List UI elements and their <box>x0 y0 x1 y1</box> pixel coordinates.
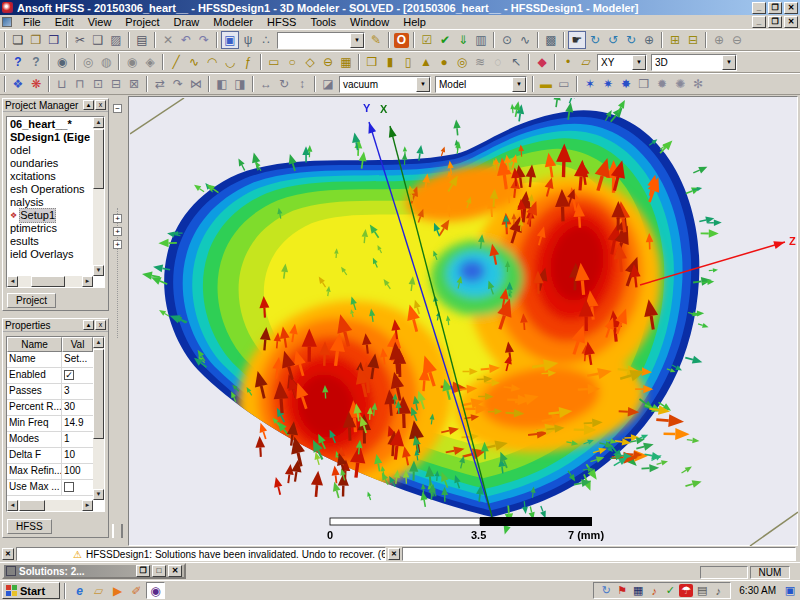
property-value[interactable]: 1 <box>62 432 93 447</box>
tree-collapse-icon[interactable]: − <box>113 104 122 113</box>
cs-axis-1-icon[interactable]: ✹ <box>653 75 671 93</box>
menu-view[interactable]: View <box>81 15 119 29</box>
folder-shortcut-icon[interactable]: ▱ <box>89 582 108 599</box>
movement-mode-dropdown-icon[interactable]: ▼ <box>722 55 736 70</box>
panel-close-icon[interactable]: x <box>95 100 106 110</box>
draw-cone-icon[interactable]: ▲ <box>417 53 435 71</box>
tree-item-odel[interactable]: odel <box>8 144 92 157</box>
avira-antivirus-icon[interactable]: ☂ <box>679 584 693 597</box>
property-row-percent-r-[interactable]: Percent R...30 <box>7 400 93 416</box>
tree-item-xcitations[interactable]: xcitations <box>8 170 92 183</box>
property-row-max-refin-[interactable]: Max Refin...100 <box>7 464 93 480</box>
optimetrics-icon[interactable]: O <box>394 33 409 48</box>
display-settings-icon[interactable]: ▦ <box>630 584 646 598</box>
draw-arc-center-icon[interactable]: ◠ <box>203 53 221 71</box>
duplicate-along-line-icon[interactable]: ⇄ <box>151 75 169 93</box>
fit-selection-view-icon[interactable]: ❋ <box>27 75 45 93</box>
panel-pin-icon[interactable]: ▴ <box>83 100 94 110</box>
tree-item-06-heart-[interactable]: 06_heart__* <box>8 118 92 131</box>
child-restore-button[interactable]: ❐ <box>768 16 782 28</box>
tree-item-oundaries[interactable]: oundaries <box>8 157 92 170</box>
material-select-combobox[interactable]: vacuum▼ <box>339 76 431 93</box>
cs-axis-2-icon[interactable]: ✺ <box>671 75 689 93</box>
property-row-use-max-[interactable]: Use Max ... <box>7 480 93 496</box>
app-close-button[interactable]: ✕ <box>784 2 798 14</box>
property-row-passes[interactable]: Passes3 <box>7 384 93 400</box>
tree-item-setup1[interactable]: ❖Setup1 <box>8 209 92 222</box>
splitter-grip[interactable] <box>112 524 123 538</box>
property-row-min-freq[interactable]: Min Freq14.9 <box>7 416 93 432</box>
internet-explorer-icon[interactable]: e <box>70 582 89 599</box>
field-plot-heart-model[interactable]: YXZ03.57 (mm) <box>130 98 798 546</box>
property-value[interactable]: 30 <box>62 400 93 415</box>
pan-icon[interactable]: ☛ <box>568 31 586 49</box>
zoom-dynamic-icon[interactable]: ⊕ <box>640 31 658 49</box>
draw-point-icon[interactable]: • <box>559 53 577 71</box>
drawing-plane-combobox[interactable]: XY▼ <box>597 54 647 71</box>
draw-polyhedron-icon[interactable]: ◆ <box>533 53 551 71</box>
tree-expand-icon[interactable]: + <box>113 227 122 236</box>
offset-icon[interactable]: ◨ <box>231 75 249 93</box>
property-value[interactable]: 100 <box>62 464 93 479</box>
context-help-icon[interactable]: ? <box>27 53 45 71</box>
properties-vscrollbar[interactable]: ▲ ▼ <box>93 337 104 500</box>
enabled-checkbox[interactable]: ✓ <box>64 370 74 380</box>
rotate-current-axis-icon[interactable]: ↺ <box>604 31 622 49</box>
column-header-name[interactable]: Name <box>7 337 62 352</box>
drawing-plane-dropdown-icon[interactable]: ▼ <box>632 55 646 70</box>
zoom-out-window-icon[interactable]: ⊟ <box>684 31 702 49</box>
menu-window[interactable]: Window <box>343 15 396 29</box>
property-value[interactable]: 14.9 <box>62 416 93 431</box>
app-minimize-button[interactable]: _ <box>752 2 766 14</box>
project-tree-vscrollbar[interactable]: ▲ ▼ <box>93 117 104 276</box>
print-icon[interactable]: ▤ <box>133 31 151 49</box>
volume-icon[interactable]: ♪ <box>710 584 726 598</box>
zoom-in-window-icon[interactable]: ⊞ <box>666 31 684 49</box>
draw-rectangle-icon[interactable]: ▭ <box>265 53 283 71</box>
app-restore-button[interactable]: ❐ <box>768 2 782 14</box>
help-topics-icon[interactable]: ? <box>9 53 27 71</box>
rotate-screen-center-icon[interactable]: ↻ <box>622 31 640 49</box>
draw-torus-icon[interactable]: ◎ <box>453 53 471 71</box>
draw-regular-polygon-icon[interactable]: ◇ <box>301 53 319 71</box>
tree-item-sdesign1-eige[interactable]: SDesign1 (Eige <box>8 131 92 144</box>
ansoft-hfss-running-icon[interactable]: ◉ <box>146 582 165 599</box>
media-player-icon[interactable]: ▶ <box>108 582 127 599</box>
view-results-icon[interactable]: ▥ <box>472 31 490 49</box>
zoom-in-icon[interactable]: ⊕ <box>710 31 728 49</box>
property-row-enabled[interactable]: Enabled✓ <box>7 368 93 384</box>
windows-update-icon[interactable]: ↻ <box>598 584 614 598</box>
open-project-icon[interactable]: ❐ <box>27 31 45 49</box>
column-header-value[interactable]: Val <box>62 337 93 352</box>
property-row-delta-f[interactable]: Delta F10 <box>7 448 93 464</box>
solve-distributed-icon[interactable]: ∴ <box>257 31 275 49</box>
solutions-minimized-window[interactable]: Solutions: 2... ❐□✕ <box>2 563 186 579</box>
hide-selected-icon[interactable]: ◎ <box>79 53 97 71</box>
sweep-icon[interactable]: ◪ <box>319 75 337 93</box>
menu-modeler[interactable]: Modeler <box>206 15 260 29</box>
security-alert-flag-icon[interactable]: ⚑ <box>614 584 630 598</box>
project-tree-hscrollbar[interactable]: ◄ ► <box>7 276 93 287</box>
draw-arc-3point-icon[interactable]: ◡ <box>221 53 239 71</box>
cs-create-icon[interactable]: ✶ <box>581 75 599 93</box>
tab-project[interactable]: Project <box>7 293 56 308</box>
new-project-icon[interactable]: ❏ <box>9 31 27 49</box>
tree-expand-icon[interactable]: + <box>113 214 122 223</box>
safely-remove-hardware-icon[interactable]: ✓ <box>662 584 678 598</box>
tree-item-ield-overlays[interactable]: ield Overlays <box>8 248 92 261</box>
title-bar[interactable]: Ansoft HFSS - 20150306_heart__ - HFSSDes… <box>0 0 800 15</box>
submit-job-icon[interactable]: ⇓ <box>454 31 472 49</box>
cs-face-icon[interactable]: ✷ <box>599 75 617 93</box>
menu-tools[interactable]: Tools <box>303 15 343 29</box>
draw-line-icon[interactable]: ╱ <box>167 53 185 71</box>
copy-icon[interactable]: ❑ <box>89 31 107 49</box>
analyze-all-icon[interactable]: ✔ <box>436 31 454 49</box>
select-arrow-icon[interactable]: ↖ <box>507 53 525 71</box>
solve-local-icon[interactable]: ▣ <box>221 31 239 49</box>
property-row-name[interactable]: NameSet... <box>7 352 93 368</box>
cut-icon[interactable]: ✂ <box>71 31 89 49</box>
draw-sphere-icon[interactable]: ● <box>435 53 453 71</box>
plot-curve-icon[interactable]: ∿ <box>516 31 534 49</box>
boolean-subtract-icon[interactable]: ⊓ <box>71 75 89 93</box>
field-overlay-icon[interactable]: ⊙ <box>498 31 516 49</box>
